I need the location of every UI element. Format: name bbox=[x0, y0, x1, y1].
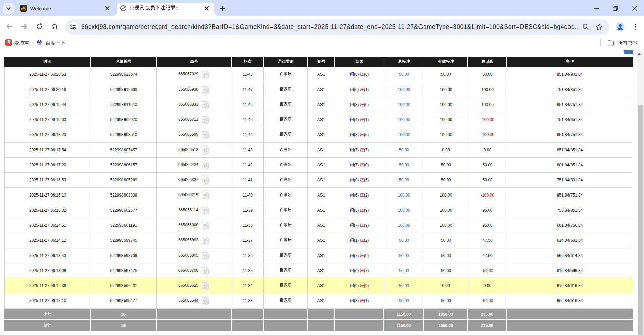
svg-text:du: du bbox=[38, 43, 41, 45]
